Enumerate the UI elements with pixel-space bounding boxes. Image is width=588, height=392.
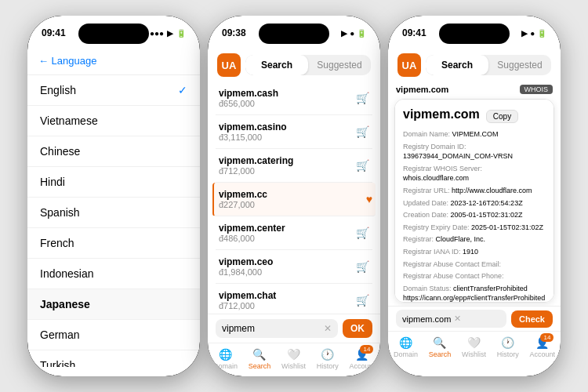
nav-icon-wrap: 🔍 xyxy=(252,348,266,361)
cart-icon[interactable]: 🛒 xyxy=(356,159,369,172)
search-ok-btn-2[interactable]: OK xyxy=(343,319,372,338)
tab-bar-3: SearchSuggested xyxy=(426,55,551,75)
notification-badge: 14 xyxy=(540,333,554,342)
domain-name: vipmem.cash xyxy=(219,88,278,99)
notch-2 xyxy=(259,24,329,44)
domain-list-wrap-2: vipmem.cash đ656,000 🛒 vipmem.casino đ3,… xyxy=(208,82,380,373)
phone-3: 09:41 ▶ ● 🔋 UA SearchSuggested vipmem.co… xyxy=(388,16,561,376)
domain-item[interactable]: vipmem.catering đ712,000 🛒 xyxy=(216,149,372,183)
lang-item-japanese[interactable]: Japanese xyxy=(27,289,200,320)
lang-name: Indonesian xyxy=(40,267,94,280)
tab-search[interactable]: Search xyxy=(245,55,308,75)
domain-price: đ656,000 xyxy=(219,99,278,108)
domain-price: đ712,000 xyxy=(219,166,293,176)
tab-search[interactable]: Search xyxy=(426,55,488,75)
cart-icon[interactable]: 🛒 xyxy=(356,125,369,138)
nav-label: History xyxy=(497,350,519,358)
nav-item-history[interactable]: 🕐History xyxy=(497,336,519,358)
nav-label: Domain xyxy=(213,362,238,370)
watermark-1: thietKeWebSo.com xyxy=(84,27,144,34)
cart-icon[interactable]: 🛒 xyxy=(356,227,369,239)
whois-label: Domain Status: xyxy=(403,285,452,292)
domain-item[interactable]: vipmem.casino đ3,115,000 🛒 xyxy=(216,115,372,149)
domain-price: đ227,000 xyxy=(219,200,267,209)
lang-name: Chinese xyxy=(40,145,80,158)
domain-listing: vipmem.com xyxy=(396,85,448,94)
whois-label: Updated Date: xyxy=(403,199,448,207)
search-icon: 🔍 xyxy=(252,348,266,361)
lang-item-indonesian[interactable]: Indonesian xyxy=(27,259,200,289)
status-icons-2: ▶ ● 🔋 xyxy=(341,29,366,38)
whois-field: Registry Expiry Date: 2025-01-15T02:31:0… xyxy=(403,223,546,233)
lang-item-turkish[interactable]: Turkish xyxy=(27,350,200,367)
nav-item-wishlist[interactable]: 🤍Wishlist xyxy=(462,336,486,358)
lang-item-spanish[interactable]: Spanish xyxy=(27,198,200,228)
phone-2-screen: 09:38 ▶ ● 🔋 UA SearchSuggested vipmem.ca… xyxy=(208,16,380,376)
search-clear-3[interactable]: ✕ xyxy=(454,314,461,324)
nav-item-account[interactable]: 👤14Account xyxy=(530,336,556,358)
status-icons-3: ▶ ● 🔋 xyxy=(521,29,546,38)
check-btn[interactable]: Check xyxy=(511,310,553,328)
whois-value: 139673944_DOMAIN_COM-VRSN xyxy=(403,152,513,160)
domain-info: vipmem.ceo đ1,984,000 xyxy=(219,256,273,277)
tab-bar-2: SearchSuggested xyxy=(245,55,371,75)
cart-icon[interactable]: 🛒 xyxy=(356,92,369,104)
whois-label: Registrar URL: xyxy=(403,187,450,194)
domain-name: vipmem.catering xyxy=(219,155,293,166)
tab-suggested[interactable]: Suggested xyxy=(488,55,551,75)
lang-item-french[interactable]: French xyxy=(27,228,200,259)
cart-icon[interactable]: 🛒 xyxy=(356,260,369,273)
search-input-wrap-2[interactable]: vipmem ✕ xyxy=(216,319,338,338)
nav-label: Wishlist xyxy=(462,350,486,358)
whois-field: Registry Domain ID: 139673944_DOMAIN_COM… xyxy=(403,142,546,162)
lang-item-english[interactable]: English✓ xyxy=(27,75,200,106)
nav-item-wishlist[interactable]: 🤍Wishlist xyxy=(281,348,306,370)
app-logo-2: UA xyxy=(217,53,241,77)
status-icons-1: ●●● ▶ 🔋 xyxy=(150,29,186,38)
lang-item-chinese[interactable]: Chinese xyxy=(27,136,200,167)
search-bar-2[interactable]: vipmem ✕ OK xyxy=(208,314,380,343)
nav-label: History xyxy=(317,362,339,370)
phone-3-screen: 09:41 ▶ ● 🔋 UA SearchSuggested vipmem.co… xyxy=(388,16,561,376)
whois-copy-button[interactable]: Copy xyxy=(486,110,518,123)
nav-item-account[interactable]: 👤14Account xyxy=(350,348,376,370)
whois-label: Registrar IANA ID: xyxy=(403,248,461,256)
nav-icon-wrap: 🕐 xyxy=(321,348,334,361)
domain-item[interactable]: vipmem.chat đ712,000 🛒 xyxy=(216,284,372,314)
domain-item[interactable]: vipmem.center đ486,000 🛒 xyxy=(216,216,372,250)
nav-label: Wishlist xyxy=(281,362,306,370)
nav-icon-wrap: 🤍 xyxy=(287,348,300,361)
nav-item-domain[interactable]: 🌐Domain xyxy=(394,336,418,358)
whois-value: http://www.cloudflare.com xyxy=(452,187,532,194)
whois-value: 2023-12-16T20:54:23Z xyxy=(451,199,523,207)
nav-item-history[interactable]: 🕐History xyxy=(317,348,339,370)
tab-suggested[interactable]: Suggested xyxy=(308,55,371,75)
domain-price: đ712,000 xyxy=(219,301,276,310)
nav-item-domain[interactable]: 🌐Domain xyxy=(213,348,238,370)
whois-value: 2005-01-15T02:31:02Z xyxy=(451,211,523,219)
heart-icon[interactable]: ♥ xyxy=(366,193,372,205)
lang-name: Japanese xyxy=(40,298,90,310)
lang-item-german[interactable]: German xyxy=(27,320,200,350)
whois-value: whois.cloudflare.com xyxy=(403,174,469,182)
domain-name: vipmem.center xyxy=(219,223,285,234)
lang-name: German xyxy=(40,328,80,341)
domain-item[interactable]: vipmem.ceo đ1,984,000 🛒 xyxy=(216,250,372,284)
back-button[interactable]: ← Language xyxy=(38,55,96,67)
app-logo-3: UA xyxy=(397,53,421,77)
lang-item-vietnamese[interactable]: Vietnamese xyxy=(27,106,200,136)
domain-item[interactable]: vipmem.cash đ656,000 🛒 xyxy=(216,82,372,115)
search-clear-2[interactable]: ✕ xyxy=(324,323,332,334)
search-input-2[interactable]: vipmem xyxy=(222,323,321,334)
domain-item[interactable]: vipmem.cc đ227,000 ♥ xyxy=(212,183,376,216)
nav-item-search[interactable]: 🔍Search xyxy=(429,336,452,358)
lang-name: Hindi xyxy=(40,176,65,188)
lang-name: Spanish xyxy=(40,206,80,219)
history-icon: 🕐 xyxy=(501,336,514,349)
lang-item-hindi[interactable]: Hindi xyxy=(27,167,200,198)
search-input-3[interactable]: vipmem.com xyxy=(402,314,451,324)
nav-item-search[interactable]: 🔍Search xyxy=(249,348,271,370)
cart-icon[interactable]: 🛒 xyxy=(356,294,369,307)
nav-label: Account xyxy=(350,362,376,370)
time-1: 09:41 xyxy=(42,27,66,38)
